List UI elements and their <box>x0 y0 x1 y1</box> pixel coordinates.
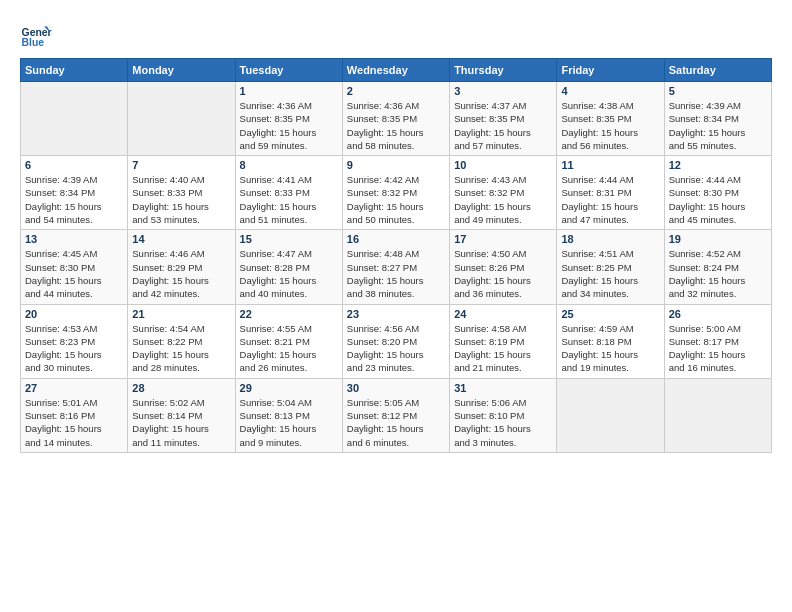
calendar-header-row: SundayMondayTuesdayWednesdayThursdayFrid… <box>21 59 772 82</box>
calendar-cell: 20Sunrise: 4:53 AM Sunset: 8:23 PM Dayli… <box>21 304 128 378</box>
calendar-cell: 28Sunrise: 5:02 AM Sunset: 8:14 PM Dayli… <box>128 378 235 452</box>
day-number: 5 <box>669 85 767 97</box>
day-detail: Sunrise: 4:41 AM Sunset: 8:33 PM Dayligh… <box>240 173 338 226</box>
day-number: 15 <box>240 233 338 245</box>
day-detail: Sunrise: 4:36 AM Sunset: 8:35 PM Dayligh… <box>240 99 338 152</box>
day-detail: Sunrise: 4:40 AM Sunset: 8:33 PM Dayligh… <box>132 173 230 226</box>
day-detail: Sunrise: 4:52 AM Sunset: 8:24 PM Dayligh… <box>669 247 767 300</box>
calendar-cell <box>21 82 128 156</box>
day-detail: Sunrise: 5:05 AM Sunset: 8:12 PM Dayligh… <box>347 396 445 449</box>
day-detail: Sunrise: 4:59 AM Sunset: 8:18 PM Dayligh… <box>561 322 659 375</box>
day-detail: Sunrise: 5:00 AM Sunset: 8:17 PM Dayligh… <box>669 322 767 375</box>
day-detail: Sunrise: 4:36 AM Sunset: 8:35 PM Dayligh… <box>347 99 445 152</box>
logo-icon: General Blue <box>20 20 52 52</box>
day-number: 27 <box>25 382 123 394</box>
day-number: 30 <box>347 382 445 394</box>
day-number: 25 <box>561 308 659 320</box>
calendar-cell: 3Sunrise: 4:37 AM Sunset: 8:35 PM Daylig… <box>450 82 557 156</box>
calendar-cell: 22Sunrise: 4:55 AM Sunset: 8:21 PM Dayli… <box>235 304 342 378</box>
day-number: 16 <box>347 233 445 245</box>
calendar-cell: 1Sunrise: 4:36 AM Sunset: 8:35 PM Daylig… <box>235 82 342 156</box>
calendar-cell: 24Sunrise: 4:58 AM Sunset: 8:19 PM Dayli… <box>450 304 557 378</box>
day-number: 29 <box>240 382 338 394</box>
calendar-cell: 7Sunrise: 4:40 AM Sunset: 8:33 PM Daylig… <box>128 156 235 230</box>
day-number: 19 <box>669 233 767 245</box>
day-detail: Sunrise: 4:44 AM Sunset: 8:31 PM Dayligh… <box>561 173 659 226</box>
day-detail: Sunrise: 5:02 AM Sunset: 8:14 PM Dayligh… <box>132 396 230 449</box>
calendar-cell: 19Sunrise: 4:52 AM Sunset: 8:24 PM Dayli… <box>664 230 771 304</box>
day-number: 17 <box>454 233 552 245</box>
day-number: 10 <box>454 159 552 171</box>
calendar-cell: 18Sunrise: 4:51 AM Sunset: 8:25 PM Dayli… <box>557 230 664 304</box>
calendar-cell: 16Sunrise: 4:48 AM Sunset: 8:27 PM Dayli… <box>342 230 449 304</box>
day-number: 14 <box>132 233 230 245</box>
calendar-cell: 26Sunrise: 5:00 AM Sunset: 8:17 PM Dayli… <box>664 304 771 378</box>
calendar-cell <box>664 378 771 452</box>
day-detail: Sunrise: 4:58 AM Sunset: 8:19 PM Dayligh… <box>454 322 552 375</box>
day-detail: Sunrise: 4:39 AM Sunset: 8:34 PM Dayligh… <box>25 173 123 226</box>
day-detail: Sunrise: 4:45 AM Sunset: 8:30 PM Dayligh… <box>25 247 123 300</box>
day-number: 13 <box>25 233 123 245</box>
day-detail: Sunrise: 5:06 AM Sunset: 8:10 PM Dayligh… <box>454 396 552 449</box>
calendar-cell: 17Sunrise: 4:50 AM Sunset: 8:26 PM Dayli… <box>450 230 557 304</box>
day-detail: Sunrise: 4:50 AM Sunset: 8:26 PM Dayligh… <box>454 247 552 300</box>
weekday-header: Sunday <box>21 59 128 82</box>
day-number: 28 <box>132 382 230 394</box>
weekday-header: Saturday <box>664 59 771 82</box>
calendar-cell: 11Sunrise: 4:44 AM Sunset: 8:31 PM Dayli… <box>557 156 664 230</box>
calendar-week-row: 13Sunrise: 4:45 AM Sunset: 8:30 PM Dayli… <box>21 230 772 304</box>
day-number: 1 <box>240 85 338 97</box>
weekday-header: Monday <box>128 59 235 82</box>
calendar-cell: 31Sunrise: 5:06 AM Sunset: 8:10 PM Dayli… <box>450 378 557 452</box>
day-number: 6 <box>25 159 123 171</box>
calendar-week-row: 27Sunrise: 5:01 AM Sunset: 8:16 PM Dayli… <box>21 378 772 452</box>
calendar-cell: 25Sunrise: 4:59 AM Sunset: 8:18 PM Dayli… <box>557 304 664 378</box>
day-number: 8 <box>240 159 338 171</box>
calendar-week-row: 1Sunrise: 4:36 AM Sunset: 8:35 PM Daylig… <box>21 82 772 156</box>
day-detail: Sunrise: 4:38 AM Sunset: 8:35 PM Dayligh… <box>561 99 659 152</box>
calendar-cell: 2Sunrise: 4:36 AM Sunset: 8:35 PM Daylig… <box>342 82 449 156</box>
day-detail: Sunrise: 4:51 AM Sunset: 8:25 PM Dayligh… <box>561 247 659 300</box>
calendar-cell: 10Sunrise: 4:43 AM Sunset: 8:32 PM Dayli… <box>450 156 557 230</box>
calendar-cell: 15Sunrise: 4:47 AM Sunset: 8:28 PM Dayli… <box>235 230 342 304</box>
day-number: 4 <box>561 85 659 97</box>
day-detail: Sunrise: 4:56 AM Sunset: 8:20 PM Dayligh… <box>347 322 445 375</box>
day-number: 12 <box>669 159 767 171</box>
day-detail: Sunrise: 4:43 AM Sunset: 8:32 PM Dayligh… <box>454 173 552 226</box>
day-number: 7 <box>132 159 230 171</box>
day-detail: Sunrise: 5:04 AM Sunset: 8:13 PM Dayligh… <box>240 396 338 449</box>
day-detail: Sunrise: 4:54 AM Sunset: 8:22 PM Dayligh… <box>132 322 230 375</box>
calendar-week-row: 20Sunrise: 4:53 AM Sunset: 8:23 PM Dayli… <box>21 304 772 378</box>
day-detail: Sunrise: 4:55 AM Sunset: 8:21 PM Dayligh… <box>240 322 338 375</box>
day-detail: Sunrise: 4:42 AM Sunset: 8:32 PM Dayligh… <box>347 173 445 226</box>
calendar-cell: 30Sunrise: 5:05 AM Sunset: 8:12 PM Dayli… <box>342 378 449 452</box>
calendar-cell: 23Sunrise: 4:56 AM Sunset: 8:20 PM Dayli… <box>342 304 449 378</box>
calendar-cell: 14Sunrise: 4:46 AM Sunset: 8:29 PM Dayli… <box>128 230 235 304</box>
day-number: 20 <box>25 308 123 320</box>
calendar-week-row: 6Sunrise: 4:39 AM Sunset: 8:34 PM Daylig… <box>21 156 772 230</box>
weekday-header: Friday <box>557 59 664 82</box>
day-number: 18 <box>561 233 659 245</box>
calendar-cell: 5Sunrise: 4:39 AM Sunset: 8:34 PM Daylig… <box>664 82 771 156</box>
day-detail: Sunrise: 4:37 AM Sunset: 8:35 PM Dayligh… <box>454 99 552 152</box>
day-detail: Sunrise: 4:47 AM Sunset: 8:28 PM Dayligh… <box>240 247 338 300</box>
calendar-cell: 6Sunrise: 4:39 AM Sunset: 8:34 PM Daylig… <box>21 156 128 230</box>
weekday-header: Tuesday <box>235 59 342 82</box>
logo: General Blue <box>20 20 52 52</box>
day-number: 2 <box>347 85 445 97</box>
day-number: 26 <box>669 308 767 320</box>
calendar-cell <box>128 82 235 156</box>
day-detail: Sunrise: 4:44 AM Sunset: 8:30 PM Dayligh… <box>669 173 767 226</box>
calendar-cell: 27Sunrise: 5:01 AM Sunset: 8:16 PM Dayli… <box>21 378 128 452</box>
page-header: General Blue <box>20 20 772 52</box>
day-number: 23 <box>347 308 445 320</box>
day-detail: Sunrise: 4:46 AM Sunset: 8:29 PM Dayligh… <box>132 247 230 300</box>
calendar-cell: 12Sunrise: 4:44 AM Sunset: 8:30 PM Dayli… <box>664 156 771 230</box>
svg-text:Blue: Blue <box>22 37 45 48</box>
calendar-body: 1Sunrise: 4:36 AM Sunset: 8:35 PM Daylig… <box>21 82 772 453</box>
calendar-cell: 9Sunrise: 4:42 AM Sunset: 8:32 PM Daylig… <box>342 156 449 230</box>
calendar-cell: 8Sunrise: 4:41 AM Sunset: 8:33 PM Daylig… <box>235 156 342 230</box>
day-number: 11 <box>561 159 659 171</box>
day-number: 3 <box>454 85 552 97</box>
day-detail: Sunrise: 4:39 AM Sunset: 8:34 PM Dayligh… <box>669 99 767 152</box>
